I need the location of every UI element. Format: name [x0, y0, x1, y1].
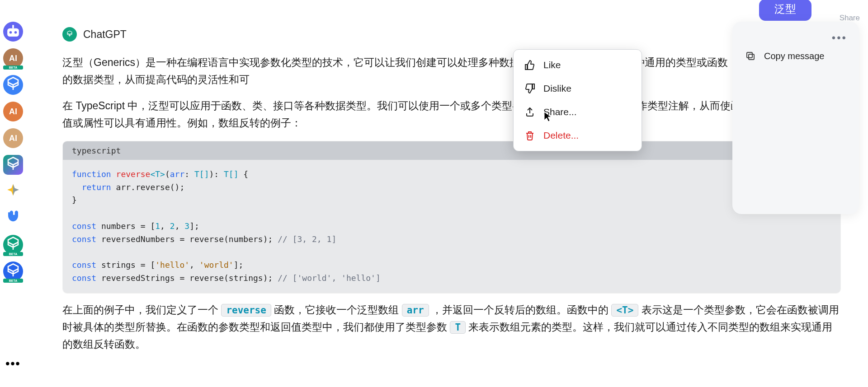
svg-rect-0: [7, 28, 19, 37]
topic-pill[interactable]: 泛型: [759, 0, 811, 21]
rail-ai-orange[interactable]: AI: [3, 102, 23, 121]
robot-icon: [3, 22, 23, 42]
svg-rect-3: [12, 25, 14, 28]
paragraph: 在 TypeScript 中，泛型可以应用于函数、类、接口等各种数据类型。我们可…: [62, 98, 841, 132]
inline-code: <T>: [611, 304, 638, 317]
llama-icon: [3, 208, 23, 228]
rail-bot-icon[interactable]: [3, 22, 23, 42]
sender-avatar: [62, 27, 77, 42]
message-sender: ChatGPT: [62, 27, 841, 42]
rail-more-button[interactable]: •••: [3, 354, 23, 373]
rail-openai-blue[interactable]: [3, 75, 23, 95]
svg-point-1: [9, 31, 12, 34]
code-lang-label: typescript: [72, 146, 121, 155]
thumb-up-icon: [524, 60, 535, 70]
menu-like[interactable]: Like: [514, 53, 642, 77]
code-header: typescript Copy: [63, 141, 840, 160]
inline-code: arr: [402, 304, 429, 317]
paragraph: 在上面的例子中，我们定义了一个 reverse 函数，它接收一个泛型数组 arr…: [62, 302, 841, 353]
message-content: ChatGPT 泛型（Generics）是一种在编程语言中实现参数化类型的技术，…: [62, 27, 841, 387]
openai-icon: [3, 155, 23, 175]
code-body: function reverse<T>(arr: T[]): T[] { ret…: [63, 160, 840, 293]
thumb-down-icon: [524, 83, 535, 94]
rail-ai-tan[interactable]: AI: [3, 128, 23, 148]
svg-rect-6: [749, 54, 754, 60]
menu-delete[interactable]: Delete...: [514, 124, 642, 147]
svg-point-2: [14, 31, 17, 34]
rail-openai-blue2[interactable]: BETA: [3, 261, 23, 281]
rail-openai-green[interactable]: BETA: [3, 235, 23, 255]
trash-icon: [524, 130, 535, 141]
app-rail: AI BETA AI AI BETA BETA •••: [0, 0, 26, 387]
rail-ai-brown[interactable]: AI BETA: [3, 48, 23, 68]
inline-code: reverse: [221, 304, 271, 317]
rail-openai-gradient[interactable]: [3, 155, 23, 175]
menu-share[interactable]: Share...: [514, 100, 642, 124]
share-link[interactable]: Share: [840, 14, 860, 23]
openai-icon: [65, 30, 74, 39]
context-menu: Like Dislike Share... Delete...: [513, 49, 642, 151]
more-actions-button[interactable]: •••: [732, 30, 859, 47]
main-area: 泛型 Share ChatGPT 泛型（Generics）是一种在编程语言中实现…: [26, 0, 868, 387]
sparkle-icon: [3, 182, 23, 201]
rail-flower-icon[interactable]: [3, 182, 23, 201]
message-body: 泛型（Generics）是一种在编程语言中实现参数化类型的技术，它可以让我们创建…: [62, 54, 841, 353]
menu-dislike[interactable]: Dislike: [514, 77, 642, 100]
inline-code: T: [450, 321, 466, 334]
openai-icon: [3, 75, 23, 95]
message-actions-panel: ••• Copy message: [732, 22, 859, 214]
paragraph: 泛型（Generics）是一种在编程语言中实现参数化类型的技术，它可以让我们创建…: [62, 54, 841, 89]
copy-icon: [745, 51, 756, 61]
copy-message-button[interactable]: Copy message: [732, 47, 859, 65]
code-block: typescript Copy function reverse<T>(arr:…: [62, 141, 841, 294]
sender-name: ChatGPT: [83, 28, 127, 41]
share-icon: [524, 107, 535, 117]
rail-llama-icon[interactable]: [3, 208, 23, 228]
svg-rect-7: [747, 52, 752, 58]
